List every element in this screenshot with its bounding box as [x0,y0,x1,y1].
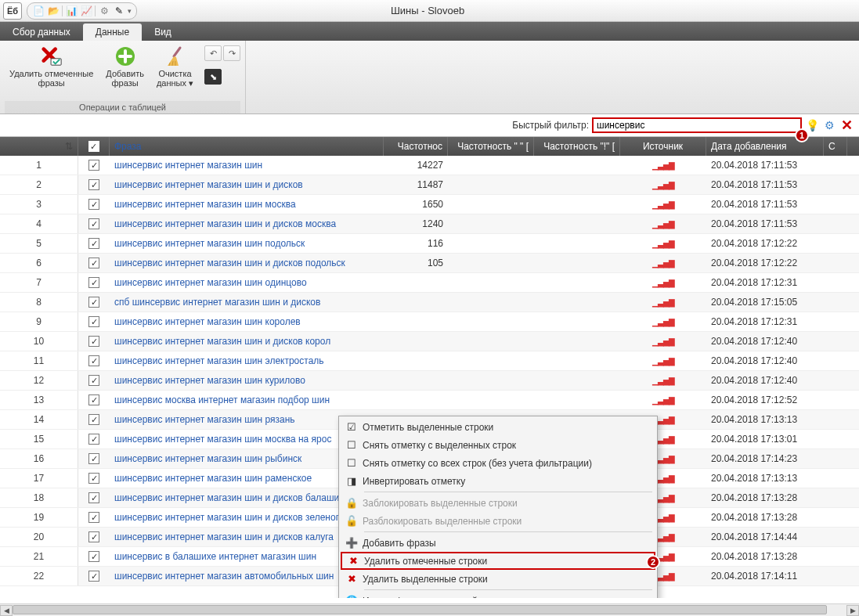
col-check-all[interactable]: ✓ [78,137,110,156]
row-checkbox[interactable]: ✓ [78,254,110,272]
qat-dropdown-icon[interactable]: ▾ [128,7,132,15]
row-source: ▁▃▅▇ [620,391,706,409]
delete-marked-phrases-button[interactable]: Удалить отмеченные фразы [5,44,98,89]
row-phrase[interactable]: шинсервис интернет магазин шин [110,156,384,175]
row-checkbox[interactable]: ✓ [78,312,110,331]
globe-icon: 🌐 [341,595,363,598]
table-row[interactable]: 7✓шинсервис интернет магазин шин одинцов… [0,273,859,293]
qat-wand-icon[interactable]: ✎ [113,5,125,17]
qat-stats-icon[interactable]: 📈 [80,5,92,17]
table-row[interactable]: 3✓шинсервис интернет магазин шин москва1… [0,195,859,214]
table-row[interactable]: 9✓шинсервис интернет магазин шин королев… [0,312,859,332]
row-phrase[interactable]: шинсервис интернет магазин шин москва [110,195,384,214]
redo-button[interactable]: ↷ [223,45,240,61]
row-number: 8 [0,293,78,312]
row-phrase[interactable]: шинсервис интернет магазин шин королев [110,312,384,331]
table-row[interactable]: 11✓шинсервис интернет магазин шин электр… [0,351,859,371]
row-checkbox[interactable]: ✓ [78,410,110,429]
table-row[interactable]: 5✓шинсервис интернет магазин шин подольс… [0,234,859,254]
row-date: 20.04.2018 17:11:53 [706,195,824,214]
row-checkbox[interactable]: ✓ [78,156,110,175]
row-checkbox[interactable]: ✓ [78,332,110,351]
table-row[interactable]: 13✓шинсервис москва интернет магазин под… [0,391,859,410]
row-phrase[interactable]: шинсервис интернет магазин шин и дисков … [110,214,384,233]
ctx-search-phrase[interactable]: 🌐Искать фразу в поисковой системе [341,592,655,598]
row-phrase[interactable]: спб шинсервис интернет магазин шин и дис… [110,293,384,312]
table-row[interactable]: 2✓шинсервис интернет магазин шин и диско… [0,175,859,195]
bars-icon: ▁▃▅▇ [652,161,674,170]
undo-button[interactable]: ↶ [204,45,222,61]
scroll-thumb[interactable] [13,605,827,614]
row-phrase[interactable]: шинсервис интернет магазин шин и дисков … [110,254,384,272]
expand-button[interactable]: ⬊ [204,69,222,85]
row-checkbox[interactable]: ✓ [78,351,110,370]
row-checkbox[interactable]: ✓ [78,567,110,585]
col-freq-quoted[interactable]: Частотность " " [ [448,137,534,156]
row-checkbox[interactable]: ✓ [78,214,110,233]
row-checkbox[interactable]: ✓ [78,547,110,566]
qat-chart-icon[interactable]: 📊 [65,5,78,17]
clean-data-button[interactable]: Очистка данных ▾ [152,44,198,89]
table-row[interactable]: 10✓шинсервис интернет магазин шин и диск… [0,332,859,351]
row-checkbox[interactable]: ✓ [78,430,110,448]
row-checkbox[interactable]: ✓ [78,273,110,292]
col-source[interactable]: Источник [620,137,706,156]
row-checkbox[interactable]: ✓ [78,528,110,546]
row-checkbox[interactable]: ✓ [78,488,110,507]
row-freq: 1650 [384,195,448,214]
horizontal-scrollbar[interactable]: ◀ ▶ [0,603,859,616]
row-phrase[interactable]: шинсервис интернет магазин шин подольск [110,234,384,253]
ctx-delete-selected[interactable]: ✖Удалить выделенные строки [341,570,655,588]
tab-data-collection[interactable]: Сбор данных [0,23,83,41]
filter-settings-icon[interactable]: ⚙ [822,118,836,132]
row-phrase[interactable]: шинсервис интернет магазин шин и дисков [110,175,384,194]
filter-close-icon[interactable]: ✕ [841,117,853,134]
row-extra [824,391,847,409]
row-number: 18 [0,488,78,507]
row-checkbox[interactable]: ✓ [78,175,110,194]
table-row[interactable]: 8✓спб шинсервис интернет магазин шин и д… [0,293,859,312]
ctx-unmark-selected[interactable]: ☐Снять отметку с выделенных строк [341,436,655,454]
row-checkbox[interactable]: ✓ [78,195,110,214]
row-phrase[interactable]: шинсервис интернет магазин шин одинцово [110,273,384,292]
row-checkbox[interactable]: ✓ [78,391,110,409]
row-checkbox[interactable]: ✓ [78,371,110,390]
row-checkbox[interactable]: ✓ [78,234,110,253]
row-number: 4 [0,214,78,233]
table-row[interactable]: 1✓шинсервис интернет магазин шин14227▁▃▅… [0,156,859,175]
row-phrase[interactable]: шинсервис интернет магазин шин и дисков … [110,332,384,351]
ctx-add-phrases[interactable]: ➕Добавить фразы [341,534,655,552]
row-phrase[interactable]: шинсервис москва интернет магазин подбор… [110,391,384,409]
qat-open-icon[interactable]: 📂 [47,5,60,17]
row-freq-exact [534,293,620,312]
scroll-track[interactable] [13,605,846,616]
row-checkbox[interactable]: ✓ [78,469,110,488]
col-freq[interactable]: Частотнос [384,137,448,156]
row-checkbox[interactable]: ✓ [78,508,110,527]
scroll-right-icon[interactable]: ▶ [846,605,859,616]
context-menu: ☑Отметить выделенные строки ☐Снять отмет… [338,416,658,598]
tab-data[interactable]: Данные [83,23,142,41]
table-row[interactable]: 6✓шинсервис интернет магазин шин и диско… [0,254,859,273]
ctx-invert-mark[interactable]: ◨Инвертировать отметку [341,472,655,490]
quick-filter-input[interactable] [592,117,802,133]
col-freq-exact[interactable]: Частотность "!" [ [534,137,620,156]
ctx-unmark-all[interactable]: ☐Снять отметку со всех строк (без учета … [341,454,655,472]
col-sort-icon[interactable]: ⇅ [0,137,78,156]
qat-gear-icon[interactable]: ⚙ [98,5,110,17]
row-checkbox[interactable]: ✓ [78,449,110,468]
add-phrases-button[interactable]: Добавить фразы [101,44,149,89]
col-phrase[interactable]: Фраза [110,137,384,156]
table-row[interactable]: 12✓шинсервис интернет магазин шин курило… [0,371,859,391]
row-phrase[interactable]: шинсервис интернет магазин шин электрост… [110,351,384,370]
row-phrase[interactable]: шинсервис интернет магазин шин курилово [110,371,384,390]
ctx-delete-marked[interactable]: ✖Удалить отмеченные строки 2 [341,552,655,570]
tab-view[interactable]: Вид [142,23,184,41]
row-checkbox[interactable]: ✓ [78,293,110,312]
scroll-left-icon[interactable]: ◀ [0,605,13,616]
table-row[interactable]: 4✓шинсервис интернет магазин шин и диско… [0,214,859,234]
col-last[interactable]: С [824,137,847,156]
ribbon: Удалить отмеченные фразы Добавить фразы … [0,41,859,114]
qat-new-icon[interactable]: 📄 [32,5,45,17]
ctx-mark-selected[interactable]: ☑Отметить выделенные строки [341,418,655,436]
